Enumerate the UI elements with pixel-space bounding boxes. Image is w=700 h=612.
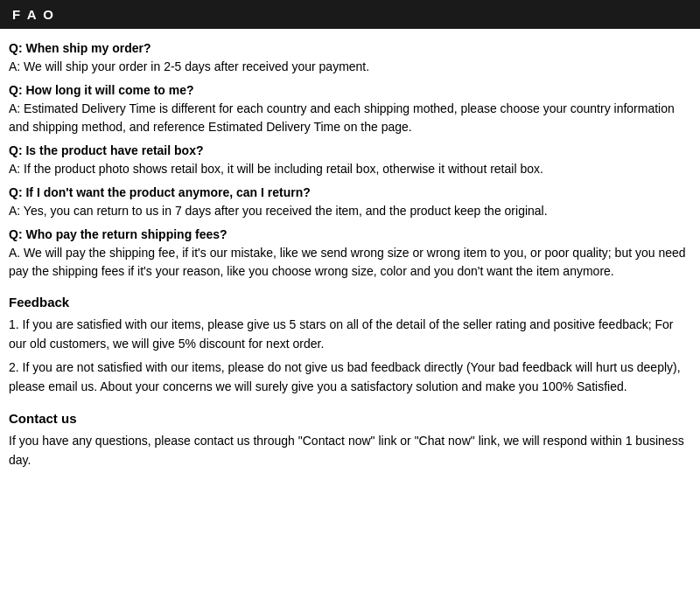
faq-item-3: Q: Is the product have retail box? A: If… bbox=[9, 143, 691, 178]
feedback-point-2: 2. If you are not satisfied with our ite… bbox=[9, 358, 691, 397]
main-content: Q: When ship my order? A: We will ship y… bbox=[0, 38, 700, 482]
question-3: Q: Is the product have retail box? bbox=[9, 143, 691, 157]
answer-4: A: Yes, you can return to us in 7 days a… bbox=[9, 202, 691, 220]
feedback-title: Feedback bbox=[9, 295, 691, 309]
faq-header-title: F A O bbox=[12, 7, 55, 22]
faq-item-4: Q: If I don't want the product anymore, … bbox=[9, 185, 691, 220]
contact-title: Contact us bbox=[9, 411, 691, 426]
contact-text: If you have any questions, please contac… bbox=[9, 431, 691, 470]
question-5: Q: Who pay the return shipping fees? bbox=[9, 227, 691, 241]
answer-5: A. We will pay the shipping fee, if it's… bbox=[9, 244, 691, 281]
question-1: Q: When ship my order? bbox=[9, 41, 691, 55]
faq-header-bar: F A O bbox=[0, 0, 700, 29]
answer-3: A: If the product photo shows retail box… bbox=[9, 160, 691, 178]
question-4: Q: If I don't want the product anymore, … bbox=[9, 185, 691, 199]
faq-item-5: Q: Who pay the return shipping fees? A. … bbox=[9, 227, 691, 281]
faq-item-1: Q: When ship my order? A: We will ship y… bbox=[9, 41, 691, 76]
faq-item-2: Q: How long it will come to me? A: Estim… bbox=[9, 83, 691, 136]
contact-section: Contact us If you have any questions, pl… bbox=[9, 411, 691, 470]
feedback-point-1: 1. If you are satisfied with our items, … bbox=[9, 315, 691, 354]
faq-section: Q: When ship my order? A: We will ship y… bbox=[9, 41, 691, 281]
answer-2: A: Estimated Delivery Time is different … bbox=[9, 100, 691, 136]
feedback-section: Feedback 1. If you are satisfied with ou… bbox=[9, 295, 691, 397]
answer-1: A: We will ship your order in 2-5 days a… bbox=[9, 58, 691, 76]
question-2: Q: How long it will come to me? bbox=[9, 83, 691, 97]
